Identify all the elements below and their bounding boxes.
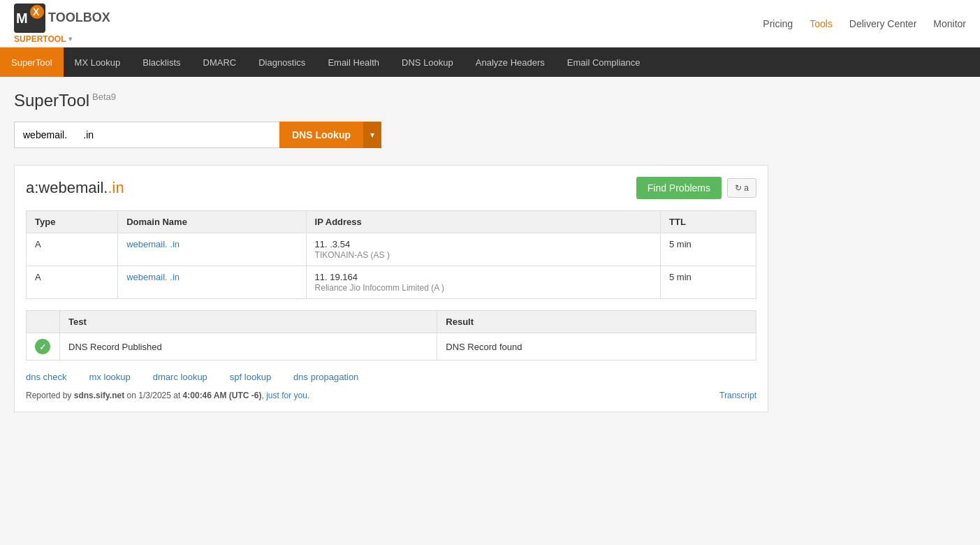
logo-main: M X TOOLBOX bbox=[14, 3, 110, 33]
col-type: Type bbox=[27, 211, 118, 233]
test-status-cell: ✓ bbox=[27, 333, 60, 361]
transcript-link[interactable]: Transcript bbox=[719, 391, 756, 400]
search-btn-group: DNS Lookup ▾ bbox=[279, 122, 381, 148]
supertool-caret-icon: ▾ bbox=[68, 35, 72, 43]
row2-ttl: 5 min bbox=[661, 266, 756, 299]
row2-ip: 11. 19.164 Reliance Jio Infocomm Limited… bbox=[306, 266, 660, 299]
search-input[interactable] bbox=[14, 122, 279, 148]
col-status bbox=[27, 311, 60, 333]
tools-link[interactable]: Tools bbox=[810, 18, 833, 29]
tab-mx-lookup[interactable]: MX Lookup bbox=[64, 48, 132, 77]
reported-server: sdns.sify.net bbox=[74, 391, 124, 400]
pricing-link[interactable]: Pricing bbox=[763, 18, 793, 29]
result-domain-display: a:webemail..in bbox=[26, 179, 124, 197]
row1-ip: 11. .3.54 TIKONAIN-AS (AS ) bbox=[306, 233, 660, 266]
test-results-table: Test Result ✓ DNS Record Published DNS R… bbox=[26, 310, 756, 361]
col-domain: Domain Name bbox=[118, 211, 306, 233]
col-test: Test bbox=[60, 311, 437, 333]
footer-links: dns check mx lookup dmarc lookup spf loo… bbox=[26, 372, 756, 382]
result-domain: .in bbox=[108, 179, 124, 196]
spf-lookup-link[interactable]: spf lookup bbox=[230, 372, 271, 382]
row1-type: A bbox=[27, 233, 118, 266]
result-prefix: a:webemail. bbox=[26, 179, 108, 196]
reported-time: 4:00:46 AM (UTC -6) bbox=[183, 391, 262, 400]
delivery-center-link[interactable]: Delivery Center bbox=[849, 18, 916, 29]
row1-ttl: 5 min bbox=[661, 233, 756, 266]
col-result: Result bbox=[437, 311, 756, 333]
tab-blacklists[interactable]: Blacklists bbox=[131, 48, 191, 77]
tab-email-health[interactable]: Email Health bbox=[316, 48, 390, 77]
row1-domain: webemail. .in bbox=[118, 233, 306, 266]
dmarc-lookup-link[interactable]: dmarc lookup bbox=[153, 372, 207, 382]
mx-logo-icon[interactable]: M X bbox=[14, 3, 45, 33]
refresh-button[interactable]: ↻ a bbox=[727, 178, 756, 198]
beta-badge: Beta9 bbox=[92, 92, 116, 102]
mx-lookup-link[interactable]: mx lookup bbox=[89, 372, 131, 382]
result-actions: Find Problems ↻ a bbox=[636, 177, 756, 199]
col-ip: IP Address bbox=[306, 211, 660, 233]
result-header: a:webemail..in Find Problems ↻ a bbox=[26, 177, 756, 199]
tab-email-compliance[interactable]: Email Compliance bbox=[556, 48, 652, 77]
top-nav-links: Pricing Tools Delivery Center Monitor bbox=[763, 18, 966, 29]
test-name-cell: DNS Record Published bbox=[60, 333, 437, 361]
row2-domain: webemail. .in bbox=[118, 266, 306, 299]
svg-text:X: X bbox=[33, 6, 40, 17]
secondary-navbar: SuperTool MX Lookup Blacklists DMARC Dia… bbox=[0, 48, 980, 77]
just-for-you-link[interactable]: just for you bbox=[266, 391, 307, 400]
test-result-cell: DNS Record found bbox=[437, 333, 756, 361]
tab-dns-lookup[interactable]: DNS Lookup bbox=[390, 48, 465, 77]
tab-analyze-headers[interactable]: Analyze Headers bbox=[465, 48, 556, 77]
page-content: SuperToolBeta9 DNS Lookup ▾ a:webemail..… bbox=[0, 77, 782, 426]
table-row: A webemail. .in 11. .3.54 TIKONAIN-AS (A… bbox=[27, 233, 756, 266]
tab-dmarc[interactable]: DMARC bbox=[192, 48, 248, 77]
reported-section: Reported by sdns.sify.net on 1/3/2025 at… bbox=[26, 391, 756, 400]
top-navbar: M X TOOLBOX SUPERTOOL ▾ Pricing Tools De… bbox=[0, 0, 980, 48]
tab-supertool[interactable]: SuperTool bbox=[0, 48, 64, 77]
tab-diagnostics[interactable]: Diagnostics bbox=[247, 48, 316, 77]
supertool-label[interactable]: SUPERTOOL ▾ bbox=[14, 34, 72, 44]
reported-by-text: Reported by sdns.sify.net on 1/3/2025 at… bbox=[26, 391, 309, 400]
table-row: A webemail. .in 11. 19.164 Reliance Jio … bbox=[27, 266, 756, 299]
result-section: a:webemail..in Find Problems ↻ a Type Do… bbox=[14, 165, 768, 412]
page-title: SuperToolBeta9 bbox=[14, 91, 768, 110]
dns-check-link[interactable]: dns check bbox=[26, 372, 67, 382]
ok-status-icon: ✓ bbox=[35, 339, 50, 354]
test-row: ✓ DNS Record Published DNS Record found bbox=[27, 333, 756, 361]
svg-text:M: M bbox=[16, 10, 28, 26]
dns-lookup-dropdown-button[interactable]: ▾ bbox=[363, 122, 381, 148]
logo-area: M X TOOLBOX SUPERTOOL ▾ bbox=[14, 3, 110, 44]
dns-lookup-button[interactable]: DNS Lookup bbox=[279, 122, 363, 148]
row2-type: A bbox=[27, 266, 118, 299]
dns-records-table: Type Domain Name IP Address TTL A webema… bbox=[26, 210, 756, 299]
find-problems-button[interactable]: Find Problems bbox=[636, 177, 722, 199]
dns-propagation-link[interactable]: dns propagation bbox=[293, 372, 358, 382]
col-ttl: TTL bbox=[661, 211, 756, 233]
logo-toolbox-text: TOOLBOX bbox=[48, 10, 110, 25]
search-bar: DNS Lookup ▾ bbox=[14, 122, 768, 148]
monitor-link[interactable]: Monitor bbox=[933, 18, 966, 29]
supertool-text: SUPERTOOL bbox=[14, 34, 66, 44]
